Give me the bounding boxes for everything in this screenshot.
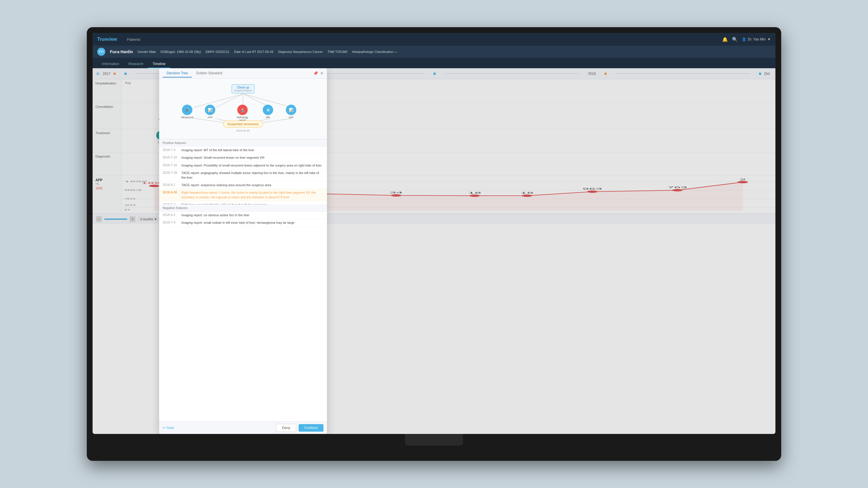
bell-icon[interactable]: 🔔 <box>722 37 728 42</box>
patient-gender: Gender Male <box>137 50 156 54</box>
evn1-text: Imaging report: no obvious active foci i… <box>181 213 249 218</box>
nav-tab-patients[interactable]: Patients <box>123 36 144 43</box>
tree-node-pathology[interactable]: 🔬 Pathology report <box>234 105 251 122</box>
evidence-item-7: 2018-9-3 Pathology report (right lobe of… <box>159 201 327 204</box>
ev4-date: 2018-7-28 <box>163 171 179 180</box>
negative-features-header: Negative features <box>159 204 327 212</box>
note-button[interactable]: ✏ Note <box>163 426 174 430</box>
ev6-text: Right hepatectomy report: 1 tumor, the t… <box>181 191 323 199</box>
positive-features-section: Positive features 2018-7-3 Imaging repor… <box>159 139 327 204</box>
modal-window: Decision Tree Golden Standard 📌 ✕ <box>159 68 327 434</box>
tree-root-sublabel: Surgery Report <box>234 89 252 92</box>
user-info[interactable]: 👤 Dr. Yao Min ▼ <box>742 37 771 41</box>
tree-result-label: Suspected recurrence <box>227 122 259 126</box>
tree-root-node[interactable]: Check up Surgery Report <box>231 85 254 93</box>
tree-container: Check up Surgery Report 🔊 Ultrasound 📊 <box>162 82 324 136</box>
mr-tree-circle: 🖥 <box>263 105 273 115</box>
modal-tab-decision[interactable]: Decision Tree <box>163 69 192 77</box>
negative-features-section: Negative features 2018-6-2 Imaging repor… <box>159 204 327 227</box>
modal-close-icon[interactable]: ✕ <box>320 71 323 75</box>
afp2-circle: 📊 <box>286 105 296 115</box>
evidence-item-2: 2018-7-10 Imaging report: Small recurren… <box>159 154 327 162</box>
monitor-stand <box>405 434 463 446</box>
sub-tab-timeline[interactable]: Timeline <box>148 60 170 68</box>
confirm-button[interactable]: Conform <box>299 424 323 432</box>
ultrasound-label: Ultrasound <box>181 116 193 119</box>
ev2-text: Imaging report: Small recurrent lesion o… <box>181 156 265 160</box>
pathology-circle: 🔬 <box>237 105 248 115</box>
search-icon[interactable]: 🔍 <box>732 37 738 42</box>
ev1-date: 2018-7-3 <box>163 148 179 152</box>
tree-result-node[interactable]: Suspected recurrence <box>223 121 263 128</box>
evidence-item-3: 2018-7-10 Imaging report: Possibility of… <box>159 162 327 169</box>
positive-features-header: Positive features <box>159 139 327 147</box>
nav-right: 🔔 🔍 👤 Dr. Yao Min ▼ <box>722 37 771 42</box>
ev3-date: 2018-7-10 <box>163 163 179 168</box>
ev5-text: TACE report: suspicious staining area ar… <box>181 183 271 187</box>
app-container: Trueview Patients 🔔 🔍 👤 Dr. Yao Min ▼ FH… <box>93 33 775 434</box>
afp1-label: AFP <box>208 116 213 119</box>
modal-actions: 📌 ✕ <box>313 71 323 75</box>
patient-header: FH Fuca Hanlin Gender Male DOB(age): 198… <box>93 46 775 58</box>
tree-node-mr[interactable]: 🖥 MR <box>263 105 273 119</box>
ev5-date: 2018-8-1 <box>163 183 179 187</box>
patient-diagnosis: Diagnosis Nasopharynx Cancer <box>278 50 323 54</box>
modal-overlay: Decision Tree Golden Standard 📌 ✕ <box>93 68 775 434</box>
sub-nav: Information Research Timeline <box>93 58 775 68</box>
note-icon: ✏ <box>163 426 165 430</box>
evidence-item-1: 2018-7-3 Imaging report: MT of the left … <box>159 147 327 154</box>
ultrasound-circle: 🔊 <box>182 105 192 115</box>
patient-tnm: TNM T2N1M0 <box>328 50 347 54</box>
evidence-neg-item-2: 2018-7-3 Imaging report: small nodule in… <box>159 219 327 227</box>
afp1-circle: 📊 <box>205 105 215 115</box>
evn2-date: 2018-7-3 <box>163 221 179 225</box>
tree-result-date: 2018-05-30 <box>237 129 250 132</box>
positive-features-list: 2018-7-3 Imaging report: MT of the left … <box>159 147 327 204</box>
user-icon: 👤 <box>742 37 746 41</box>
evn2-text: Imaging report: small nodule in left inn… <box>181 221 294 225</box>
tree-root-label: Check up <box>234 86 252 89</box>
evidence-neg-item-1: 2018-6-2 Imaging report: no obvious acti… <box>159 212 327 219</box>
modal-tab-golden[interactable]: Golden Standard <box>192 69 226 77</box>
patient-avatar: FH <box>97 48 105 56</box>
brand-logo: Trueview <box>97 37 117 42</box>
evidence-item-4: 2018-7-28 TACE report: angiography showe… <box>159 169 327 182</box>
modal-header: Decision Tree Golden Standard 📌 ✕ <box>159 68 327 78</box>
main-content: ⚙ 2017 2018 <box>93 68 775 434</box>
note-label: Note <box>167 426 174 430</box>
sub-tab-research[interactable]: Research <box>124 60 148 68</box>
monitor-screen: Trueview Patients 🔔 🔍 👤 Dr. Yao Min ▼ FH… <box>93 33 775 434</box>
decision-tree-area: Check up Surgery Report 🔊 Ultrasound 📊 <box>159 78 327 139</box>
patient-dob: DOB(age): 1980-10-08 (38y) <box>161 50 201 54</box>
patient-name: Fuca Hanlin <box>110 50 133 54</box>
afp2-label: AFP <box>288 116 294 119</box>
mr-tree-label: MR <box>266 116 270 119</box>
monitor-frame: Trueview Patients 🔔 🔍 👤 Dr. Yao Min ▼ FH… <box>87 27 781 461</box>
deny-button[interactable]: Deny <box>276 424 296 432</box>
evidence-item-6: 2018-8-30 Right hepatectomy report: 1 tu… <box>159 189 327 201</box>
tree-node-afp1[interactable]: 📊 AFP <box>205 105 215 119</box>
tree-node-ultrasound[interactable]: 🔊 Ultrasound <box>181 105 193 119</box>
evn1-date: 2018-6-2 <box>163 213 179 218</box>
negative-features-list: 2018-6-2 Imaging report: no obvious acti… <box>159 212 327 227</box>
top-nav: Trueview Patients 🔔 🔍 👤 Dr. Yao Min ▼ <box>93 33 775 46</box>
ev4-text: TACE report: angiography showed multiple… <box>181 171 323 180</box>
modal-footer: ✏ Note Deny Conform <box>159 421 327 434</box>
user-name: Dr. Yao Min <box>748 37 766 41</box>
evidence-panel: Positive features 2018-7-3 Imaging repor… <box>159 139 327 421</box>
ev3-text: Imaging report: Possibility of small rec… <box>181 163 322 168</box>
ev1-text: Imaging report: MT of the left lateral l… <box>181 148 254 152</box>
patient-emp: EMP# 33332121 <box>206 50 229 54</box>
evidence-item-5: 2018-8-1 TACE report: suspicious stainin… <box>159 182 327 189</box>
patient-last-rt: Date of Last RT 2017-05-04 <box>234 50 273 54</box>
dropdown-icon: ▼ <box>767 37 771 41</box>
ev2-date: 2018-7-10 <box>163 156 179 160</box>
sub-tab-information[interactable]: Information <box>97 60 124 68</box>
modal-pin-icon[interactable]: 📌 <box>313 71 318 75</box>
tree-node-afp2[interactable]: 📊 AFP <box>286 105 296 119</box>
patient-histo: Histopathologic Classification — <box>352 50 398 54</box>
ev6-date: 2018-8-30 <box>163 191 179 199</box>
